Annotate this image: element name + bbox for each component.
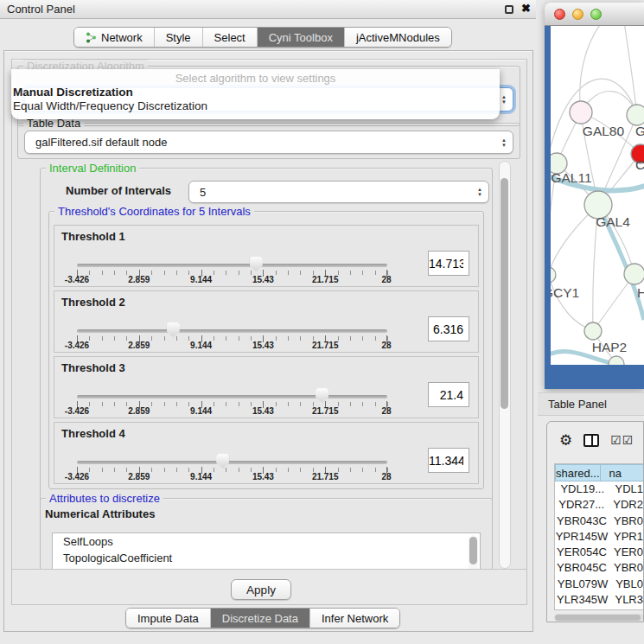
- control-panel-titlebar: Control Panel ✖: [0, 0, 536, 19]
- list-item[interactable]: SelfLoops: [53, 533, 480, 550]
- node-label: C: [635, 157, 644, 172]
- group-title: Interval Definition: [46, 162, 139, 175]
- threshold-label: Threshold 1: [61, 230, 125, 243]
- node-gal80[interactable]: [570, 101, 592, 124]
- settings-scrollbar[interactable]: [499, 161, 511, 569]
- slider-tick-labels: -3.426 2.859 9.144 15.43 21.715 28: [54, 406, 478, 417]
- node-label: GCY1: [551, 285, 579, 300]
- settings-scroll-area: Interval Definition Number of Intervals …: [17, 161, 498, 569]
- table-data-combobox[interactable]: galFiltered.sif default node ▲▼: [24, 131, 513, 154]
- tab-impute-data[interactable]: Impute Data: [126, 609, 211, 628]
- table-row[interactable]: YBR043CYBR0: [555, 513, 643, 529]
- spinner-arrows-icon: ▲▼: [501, 94, 507, 105]
- spinner-arrows-icon: ▲▼: [477, 187, 482, 197]
- threshold-label: Threshold 2: [61, 296, 125, 309]
- threshold-label: Threshold 4: [61, 427, 125, 440]
- spinner-arrows-icon: ▲▼: [501, 137, 507, 148]
- node-label: GAL80: [583, 124, 625, 138]
- network-window-titlebar[interactable]: [545, 3, 644, 26]
- slider-tick-labels: -3.426 2.859 9.144 15.43 21.715 28: [54, 472, 478, 482]
- tab-style[interactable]: Style: [155, 28, 203, 47]
- slider-thumb[interactable]: [316, 388, 328, 403]
- tab-jactivemnodules[interactable]: jActiveMNodules: [345, 28, 451, 47]
- threshold-panel-4: Threshold 4 -3.426 2.859 9.144 15.43 21.…: [54, 422, 479, 484]
- close-icon[interactable]: ✖: [521, 2, 531, 15]
- slider-track[interactable]: [77, 264, 387, 267]
- scrollbar-thumb[interactable]: [555, 615, 641, 621]
- dropdown-option-manual[interactable]: Manual Discretization: [11, 85, 500, 99]
- network-window-frame: GAL80 GA C GAL11 GAL4 GCY1 H HAP2: [545, 26, 644, 389]
- combobox-value: galFiltered.sif default node: [35, 136, 167, 149]
- list-scrollbar[interactable]: [469, 535, 478, 569]
- group-title: Attributes to discretize: [46, 492, 163, 505]
- threshold-panel-3: Threshold 3 -3.426 2.859 9.144 15.43 21.…: [54, 356, 479, 418]
- tab-label: Select: [214, 31, 245, 44]
- table-header-row: shared... na: [555, 464, 643, 481]
- node-hap2[interactable]: [584, 322, 602, 340]
- dropdown-prompt-item[interactable]: Select algorithm to view settings: [11, 69, 500, 85]
- threshold-label: Threshold 3: [61, 361, 125, 374]
- table-row[interactable]: YLR345WYLR3: [555, 592, 643, 608]
- node-table[interactable]: shared... na YDL19...YDL1 YDR27...YDR2 Y…: [554, 463, 644, 610]
- group-title: Threshold's Coordinates for 5 Intervals: [54, 205, 254, 218]
- algorithm-dropdown-popup: Select algorithm to view settings Manual…: [11, 69, 500, 119]
- tab-network[interactable]: Network: [74, 28, 155, 47]
- tab-select[interactable]: Select: [203, 28, 258, 47]
- attributes-list[interactable]: SelfLoops TopologicalCoefficient Between…: [52, 532, 481, 569]
- threshold-value-field[interactable]: [428, 316, 469, 341]
- slider-track[interactable]: [77, 329, 387, 333]
- slider-thumb[interactable]: [167, 322, 180, 337]
- table-row[interactable]: YBR045CYBR0: [555, 560, 643, 576]
- table-row[interactable]: YER054CYER0: [555, 545, 643, 560]
- list-item[interactable]: TopologicalCoefficient: [53, 550, 480, 566]
- slider-tick-labels: -3.426 2.859 9.144 15.43 21.715 28: [54, 275, 478, 285]
- checked-checkbox-icons[interactable]: ☑☑: [610, 434, 634, 446]
- table-panel-toolbar: ⚙ ☑☑: [547, 422, 643, 458]
- slider-thumb[interactable]: [250, 257, 263, 271]
- node-label: GA: [635, 124, 644, 138]
- table-panel-titlebar: Table Panel: [538, 392, 644, 416]
- minimize-traffic-light-icon[interactable]: [572, 9, 583, 20]
- slider-tick-labels: -3.426 2.859 9.144 15.43 21.715 28: [54, 341, 478, 351]
- node-label: GAL4: [596, 214, 630, 229]
- node-gcy1[interactable]: [551, 267, 556, 283]
- threshold-value-field[interactable]: [428, 251, 469, 276]
- num-intervals-label: Number of Intervals: [66, 184, 171, 197]
- threshold-panel-2: Threshold 2 -3.426 2.859 9.144 15.43 21.…: [54, 290, 479, 353]
- slider-track[interactable]: [77, 395, 387, 399]
- node-label: HAP2: [592, 340, 628, 354]
- network-canvas[interactable]: GAL80 GA C GAL11 GAL4 GCY1 H HAP2: [551, 26, 644, 365]
- table-row[interactable]: YPR145WYPR1: [555, 529, 643, 545]
- column-header[interactable]: na: [601, 464, 644, 481]
- node-label: H: [637, 285, 644, 300]
- apply-button[interactable]: Apply: [231, 579, 291, 600]
- float-window-icon[interactable]: [505, 5, 513, 14]
- tab-infer-network[interactable]: Infer Network: [310, 609, 399, 628]
- num-intervals-combobox[interactable]: 5 ▲▼: [188, 181, 489, 203]
- threshold-value-field[interactable]: [428, 448, 469, 473]
- dropdown-option-equal-width[interactable]: Equal Width/Frequency Discretization: [11, 99, 500, 112]
- tab-cyni-toolbox[interactable]: Cyni Toolbox: [258, 28, 345, 47]
- tab-label: Network: [101, 31, 143, 44]
- threshold-value-field[interactable]: [428, 382, 469, 407]
- panel-title: Control Panel: [7, 3, 75, 16]
- network-icon: [86, 32, 97, 43]
- split-columns-icon[interactable]: [583, 434, 599, 447]
- node-top-right[interactable]: [627, 105, 644, 125]
- close-traffic-light-icon[interactable]: [554, 9, 565, 20]
- slider-thumb[interactable]: [216, 454, 229, 469]
- table-row[interactable]: YDR27...YDR2: [555, 497, 643, 513]
- table-row[interactable]: YDL19...YDL1: [555, 481, 643, 497]
- column-header[interactable]: shared...: [555, 464, 601, 481]
- network-view-window: GAL80 GA C GAL11 GAL4 GCY1 H HAP2: [545, 3, 644, 389]
- table-row[interactable]: YBL079WYBL0: [555, 577, 643, 592]
- node-h[interactable]: [624, 264, 644, 284]
- table-row[interactable]: YIL052CYIL0: [555, 608, 643, 610]
- slider-track[interactable]: [77, 461, 387, 464]
- table-horizontal-scrollbar[interactable]: [554, 614, 644, 622]
- tab-discretize-data[interactable]: Discretize Data: [211, 609, 310, 628]
- scrollbar-thumb[interactable]: [501, 178, 508, 409]
- gear-icon[interactable]: ⚙: [559, 433, 572, 448]
- node-label: GAL11: [551, 170, 591, 185]
- zoom-traffic-light-icon[interactable]: [590, 9, 602, 20]
